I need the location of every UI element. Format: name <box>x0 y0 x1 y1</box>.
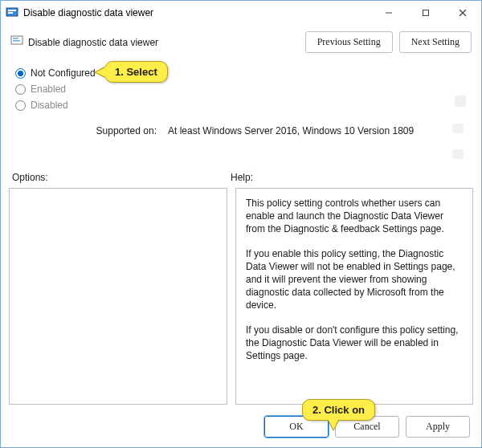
close-button[interactable] <box>444 1 481 25</box>
annotation-click: 2. Click on <box>302 399 375 421</box>
help-paragraph: This policy setting controls whether use… <box>246 197 461 236</box>
gpedit-policy-dialog: Disable diagnostic data viewer Disable d… <box>0 0 482 448</box>
options-panel <box>9 188 227 405</box>
svg-rect-8 <box>13 38 18 39</box>
minimize-button[interactable] <box>370 1 407 25</box>
svg-rect-1 <box>8 10 16 11</box>
radio-checked-icon <box>15 68 26 79</box>
header-row: Disable diagnostic data viewer Previous … <box>1 25 481 58</box>
help-panel: This policy setting controls whether use… <box>235 188 473 405</box>
supported-on-row: Supported on: At least Windows Server 20… <box>1 119 481 167</box>
scroll-up-icon <box>452 124 464 133</box>
svg-rect-2 <box>8 12 13 14</box>
scroll-nub-icon <box>455 96 466 107</box>
annotation-text: 2. Click on <box>312 404 365 416</box>
annotation-text: 1. Select <box>115 66 157 78</box>
supported-on-label: Supported on: <box>15 122 157 136</box>
options-label: Options: <box>12 172 231 183</box>
panels: This policy setting controls whether use… <box>1 183 481 408</box>
svg-rect-4 <box>423 10 429 16</box>
radio-label: Disabled <box>31 100 68 111</box>
system-buttons <box>370 1 481 25</box>
svg-rect-9 <box>13 40 20 42</box>
state-radio-group: Not Configured Enabled Disabled <box>1 58 481 119</box>
comment-textarea[interactable] <box>171 61 467 108</box>
policy-icon <box>10 35 23 50</box>
titlebar: Disable diagnostic data viewer <box>1 1 481 25</box>
apply-button[interactable]: Apply <box>406 416 470 438</box>
radio-label: Not Configured <box>31 67 96 79</box>
panel-labels: Options: Help: <box>1 172 481 183</box>
scroll-down-icon <box>452 149 464 159</box>
radio-unchecked-icon <box>15 100 26 111</box>
policy-name: Disable diagnostic data viewer <box>28 37 158 48</box>
supported-on-value: At least Windows Server 2016, Windows 10… <box>168 125 414 136</box>
previous-setting-button[interactable]: Previous Setting <box>305 31 393 53</box>
radio-label: Enabled <box>31 83 66 95</box>
supported-on-value-box: At least Windows Server 2016, Windows 10… <box>163 122 467 161</box>
window-title: Disable diagnostic data viewer <box>23 7 370 18</box>
annotation-select: 1. Select <box>104 61 168 83</box>
policy-heading: Disable diagnostic data viewer <box>10 35 158 50</box>
help-label: Help: <box>231 172 470 183</box>
help-paragraph: If you disable or don't configure this p… <box>246 324 461 363</box>
maximize-button[interactable] <box>407 1 444 25</box>
next-setting-button[interactable]: Next Setting <box>399 31 472 53</box>
dialog-footer: OK Cancel Apply <box>1 408 481 447</box>
radio-unchecked-icon <box>15 84 26 95</box>
help-paragraph: If you enable this policy setting, the D… <box>246 247 461 312</box>
app-icon <box>6 6 18 19</box>
